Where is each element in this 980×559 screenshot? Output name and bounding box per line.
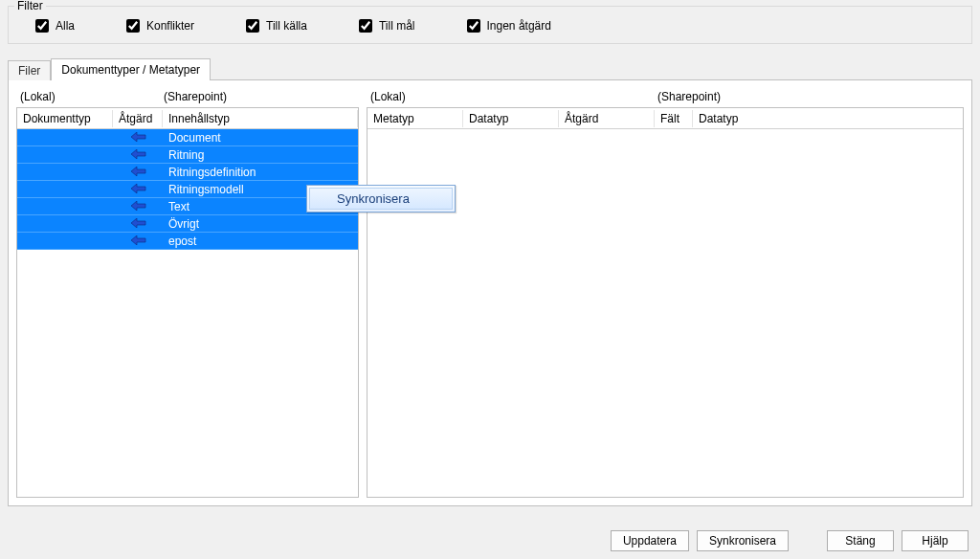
filter-row: Alla Konflikter Till källa Till mål Inge…	[16, 11, 964, 35]
col-metatyp[interactable]: Metatyp	[368, 110, 463, 127]
svg-marker-0	[131, 132, 145, 142]
arrow-left-icon	[131, 235, 145, 245]
cell-atgard	[113, 166, 163, 179]
arrow-left-icon	[131, 201, 145, 211]
cell-atgard	[113, 148, 163, 162]
filter-option-alla[interactable]: Alla	[32, 16, 75, 35]
right-pane-sharepoint-label: (Sharepoint)	[657, 90, 721, 103]
right-pane-lokal-label: (Lokal)	[370, 90, 657, 103]
close-button[interactable]: Stäng	[827, 530, 894, 551]
tab-filer[interactable]: Filer	[8, 60, 51, 80]
svg-marker-5	[131, 218, 145, 228]
filter-option-till-mal[interactable]: Till mål	[355, 16, 415, 35]
left-grid[interactable]: Dokumenttyp Åtgärd Innehållstyp Document…	[16, 107, 359, 498]
context-item-synkronisera[interactable]: Synkronisera	[309, 188, 453, 210]
col-atgard-right[interactable]: Åtgärd	[559, 110, 655, 127]
col-atgard[interactable]: Åtgärd	[113, 110, 163, 127]
cell-innehallstyp: Övrigt	[163, 217, 358, 231]
table-row[interactable]: epost	[17, 233, 358, 250]
svg-marker-6	[131, 235, 145, 245]
tab-dokumenttyper[interactable]: Dokumenttyper / Metatyper	[51, 58, 211, 80]
col-datatyp-2[interactable]: Datatyp	[693, 110, 789, 127]
tabs-area: Filer Dokumenttyper / Metatyper (Lokal) …	[8, 57, 972, 506]
right-grid[interactable]: Metatyp Datatyp Åtgärd Fält Datatyp	[367, 107, 964, 498]
col-dokumenttyp[interactable]: Dokumenttyp	[17, 110, 113, 127]
table-row[interactable]: Ritningsdefinition	[17, 164, 358, 181]
checkbox-alla[interactable]	[35, 19, 49, 33]
checkbox-konflikter[interactable]	[126, 19, 140, 33]
table-row[interactable]: Övrigt	[17, 215, 358, 233]
left-pane-top-labels: (Lokal) (Sharepoint)	[16, 88, 359, 107]
checkbox-ingen-atgard[interactable]	[467, 19, 480, 33]
tab-body: (Lokal) (Sharepoint) Dokumenttyp Åtgärd …	[8, 79, 972, 506]
arrow-left-icon	[131, 218, 145, 228]
right-pane: (Lokal) (Sharepoint) Metatyp Datatyp Åtg…	[367, 88, 964, 498]
cell-atgard	[113, 217, 163, 231]
filter-label: Konflikter	[146, 19, 194, 33]
right-pane-top-labels: (Lokal) (Sharepoint)	[367, 88, 964, 107]
right-grid-header[interactable]: Metatyp Datatyp Åtgärd Fält Datatyp	[368, 108, 963, 129]
cell-atgard	[113, 235, 163, 248]
svg-marker-4	[131, 201, 145, 211]
cell-innehallstyp: Document	[163, 131, 358, 145]
filter-label: Till källa	[266, 19, 307, 33]
left-grid-header[interactable]: Dokumenttyp Åtgärd Innehållstyp	[17, 108, 358, 129]
cell-innehallstyp: epost	[163, 235, 358, 248]
context-menu: Synkronisera	[306, 185, 456, 212]
cell-atgard	[113, 183, 163, 196]
filter-option-till-kalla[interactable]: Till källa	[242, 16, 307, 35]
filter-option-konflikter[interactable]: Konflikter	[122, 16, 194, 35]
left-pane-lokal-label: (Lokal)	[20, 90, 164, 103]
table-row[interactable]: Document	[17, 129, 358, 146]
cell-innehallstyp: Ritning	[163, 148, 358, 162]
filter-title: Filter	[14, 0, 46, 12]
checkbox-till-kalla[interactable]	[246, 19, 259, 33]
col-falt[interactable]: Fält	[655, 110, 693, 127]
filter-groupbox: Filter Alla Konflikter Till källa Till m…	[8, 6, 972, 44]
sync-button[interactable]: Synkronisera	[697, 530, 789, 551]
table-row[interactable]: Ritning	[17, 146, 358, 164]
svg-marker-1	[131, 149, 145, 159]
arrow-left-icon	[131, 184, 145, 193]
arrow-left-icon	[131, 167, 145, 176]
help-button[interactable]: Hjälp	[902, 530, 969, 551]
left-pane-sharepoint-label: (Sharepoint)	[164, 90, 227, 103]
filter-label: Till mål	[379, 19, 415, 33]
filter-option-ingen-atgard[interactable]: Ingen åtgärd	[463, 16, 551, 35]
cell-atgard	[113, 131, 163, 145]
filter-label: Ingen åtgärd	[487, 19, 551, 33]
update-button[interactable]: Uppdatera	[611, 530, 689, 551]
arrow-left-icon	[131, 149, 145, 159]
filter-label: Alla	[56, 19, 75, 33]
col-datatyp-1[interactable]: Datatyp	[463, 110, 559, 127]
checkbox-till-mal[interactable]	[359, 19, 372, 33]
cell-innehallstyp: Ritningsdefinition	[163, 166, 358, 179]
tabs-header: Filer Dokumenttyper / Metatyper	[8, 58, 972, 80]
arrow-left-icon	[131, 132, 145, 142]
svg-marker-3	[131, 184, 145, 193]
left-pane: (Lokal) (Sharepoint) Dokumenttyp Åtgärd …	[16, 88, 359, 498]
col-innehallstyp[interactable]: Innehållstyp	[163, 110, 358, 127]
svg-marker-2	[131, 167, 145, 176]
cell-atgard	[113, 200, 163, 213]
bottom-button-bar: Uppdatera Synkronisera Stäng Hjälp	[611, 530, 969, 551]
